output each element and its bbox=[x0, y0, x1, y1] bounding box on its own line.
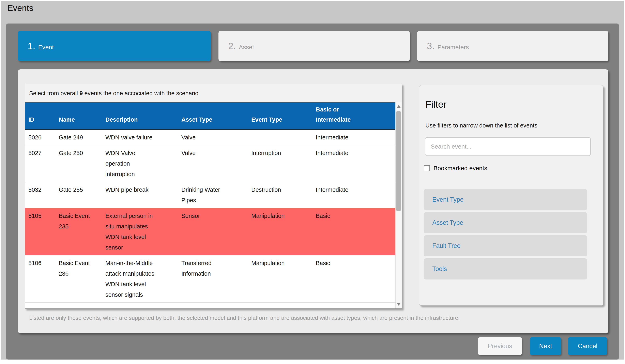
events-table-scroll-area: ID Name Description Asset Type Event Typ… bbox=[25, 102, 402, 308]
caption-count: 9 bbox=[79, 90, 83, 96]
wizard-panel: 1. Event 2. Asset 3. Parameters Select f… bbox=[6, 24, 619, 360]
cell-asset-type: Valve bbox=[178, 145, 248, 182]
cell-asset-type: Transferred Information bbox=[178, 255, 248, 303]
column-header-description: Description bbox=[102, 102, 178, 129]
events-table-caption: Select from overall 9 events the one acc… bbox=[25, 84, 402, 102]
filter-section-tools[interactable]: Tools bbox=[424, 258, 587, 279]
tab-step-parameters-inner: 3. Parameters bbox=[427, 41, 469, 51]
cell-id: 5026 bbox=[25, 129, 56, 145]
cell-id: 5106 bbox=[25, 255, 56, 303]
cell-basic-or-intermediate: Basic bbox=[312, 255, 395, 303]
step-label: Parameters bbox=[437, 44, 469, 51]
filter-title: Filter bbox=[425, 99, 446, 110]
events-screen: Events 1. Event 2. Asset 3. Parameters bbox=[0, 0, 625, 364]
column-header-basic-or-intermediate: Basic or Intermediate bbox=[312, 102, 395, 129]
scroll-up-arrow-icon[interactable] bbox=[397, 105, 401, 108]
table-row[interactable]: 5027 Gate 250 WDN Valve operation interr… bbox=[25, 145, 395, 182]
cell-event-type: Interruption bbox=[248, 145, 312, 182]
cell-name: Gate 255 bbox=[56, 182, 102, 208]
tab-step-event-inner: 1. Event bbox=[28, 41, 54, 51]
step-number: 2. bbox=[228, 41, 236, 51]
cell-basic-or-intermediate: Intermediate bbox=[312, 145, 395, 182]
cell-asset-type: Sensor bbox=[178, 208, 248, 255]
tab-step-parameters[interactable]: 3. Parameters bbox=[417, 31, 608, 61]
step-content-card: Select from overall 9 events the one acc… bbox=[18, 69, 608, 334]
filter-section-fault-tree[interactable]: Fault Tree bbox=[424, 235, 587, 256]
cell-description: WDN pipe break bbox=[102, 182, 178, 208]
table-scrollbar[interactable] bbox=[395, 102, 402, 308]
table-row[interactable]: 5032 Gate 255 WDN pipe break Drinking Wa… bbox=[25, 182, 395, 208]
step-label: Asset bbox=[239, 44, 254, 51]
column-header-id: ID bbox=[25, 102, 56, 129]
cell-basic-or-intermediate: Basic bbox=[312, 208, 395, 255]
table-row-selected[interactable]: 5105 Basic Event 235 External person in … bbox=[25, 208, 395, 255]
cell-id: 5105 bbox=[25, 208, 56, 255]
step-number: 3. bbox=[427, 41, 435, 51]
search-event-input[interactable] bbox=[425, 137, 591, 156]
column-header-name: Name bbox=[56, 102, 102, 129]
column-header-asset-type: Asset Type bbox=[178, 102, 248, 129]
page-title: Events bbox=[7, 3, 33, 13]
filter-section-event-type[interactable]: Event Type bbox=[424, 189, 587, 210]
cell-description: Man-in-the-Middle attack manipulates WDN… bbox=[102, 255, 178, 303]
step-number: 1. bbox=[28, 41, 35, 51]
bookmarked-events-checkbox[interactable] bbox=[424, 165, 430, 171]
cell-description: WDN valve failure bbox=[102, 129, 178, 145]
tab-step-event[interactable]: 1. Event bbox=[18, 31, 211, 61]
cell-name: Gate 249 bbox=[56, 129, 102, 145]
cell-id: 5027 bbox=[25, 145, 56, 182]
bookmarked-events-label: Bookmarked events bbox=[434, 165, 487, 172]
events-table-panel: Select from overall 9 events the one acc… bbox=[25, 84, 402, 309]
cell-description: External person in situ manipulates WDN … bbox=[102, 208, 178, 255]
table-row[interactable]: 5106 Basic Event 236 Man-in-the-Middle a… bbox=[25, 255, 395, 303]
cell-basic-or-intermediate: Intermediate bbox=[312, 182, 395, 208]
column-header-event-type: Event Type bbox=[248, 102, 312, 129]
events-footnote: Listed are only those events, which are … bbox=[29, 315, 597, 321]
cell-asset-type: Drinking Water Pipes bbox=[178, 182, 248, 208]
filter-panel: Filter Use filters to narrow down the li… bbox=[419, 85, 603, 306]
scroll-down-arrow-icon[interactable] bbox=[397, 303, 401, 306]
bookmarked-events-row: Bookmarked events bbox=[424, 165, 487, 172]
step-label: Event bbox=[38, 44, 54, 51]
cell-asset-type: Valve bbox=[178, 129, 248, 145]
cell-event-type: Manipulation bbox=[248, 255, 312, 303]
cell-name: Gate 250 bbox=[56, 145, 102, 182]
filter-description: Use filters to narrow down the list of e… bbox=[425, 122, 537, 129]
cell-name: Basic Event 236 bbox=[56, 255, 102, 303]
cell-name: Basic Event 235 bbox=[56, 208, 102, 255]
caption-suffix: events the one accociated with the scena… bbox=[83, 90, 198, 96]
cell-basic-or-intermediate: Intermediate bbox=[312, 129, 395, 145]
tab-step-asset[interactable]: 2. Asset bbox=[219, 31, 410, 61]
cell-event-type: Manipulation bbox=[248, 208, 312, 255]
filter-section-asset-type[interactable]: Asset Type bbox=[424, 212, 587, 233]
cell-description: WDN Valve operation interruption bbox=[102, 145, 178, 182]
scrollbar-thumb[interactable] bbox=[396, 111, 401, 211]
caption-prefix: Select from overall bbox=[29, 90, 79, 96]
table-row[interactable]: 5026 Gate 249 WDN valve failure Valve In… bbox=[25, 129, 395, 145]
cell-event-type: Destruction bbox=[248, 182, 312, 208]
cell-event-type bbox=[248, 129, 312, 145]
cancel-button[interactable]: Cancel bbox=[568, 337, 607, 355]
previous-button[interactable]: Previous bbox=[478, 337, 522, 355]
cell-id: 5032 bbox=[25, 182, 56, 208]
events-table: ID Name Description Asset Type Event Typ… bbox=[25, 102, 395, 303]
tab-step-asset-inner: 2. Asset bbox=[228, 41, 254, 51]
table-header-row: ID Name Description Asset Type Event Typ… bbox=[25, 102, 395, 129]
next-button[interactable]: Next bbox=[530, 337, 561, 355]
